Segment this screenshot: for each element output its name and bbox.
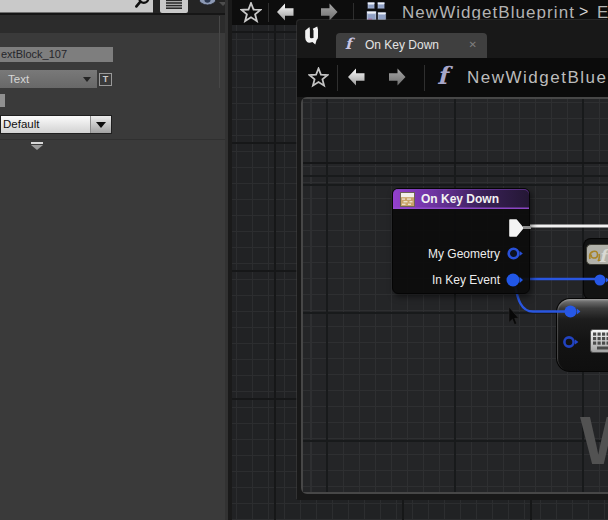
tab-close-icon[interactable]: ✕ xyxy=(469,33,477,58)
favorite-star-icon[interactable] xyxy=(308,67,329,88)
style-combobox[interactable]: Default xyxy=(0,115,112,134)
unreal-logo-icon xyxy=(304,26,322,45)
tab-label: On Key Down xyxy=(365,33,439,58)
function-icon: f xyxy=(437,61,447,90)
dropdown-arrow-icon xyxy=(96,122,106,128)
window-breadcrumb[interactable]: NewWidgetBlue xyxy=(467,58,607,97)
divider xyxy=(0,139,232,140)
text-style-button[interactable]: T xyxy=(99,73,112,86)
node-title: On Key Down xyxy=(421,189,499,209)
forward-arrow-icon[interactable] xyxy=(321,3,338,21)
style-combobox-value: Default xyxy=(3,116,39,133)
dropdown-arrow-icon xyxy=(83,77,91,82)
back-arrow-icon[interactable] xyxy=(348,68,365,86)
font-family-value: Text xyxy=(8,70,29,88)
details-view-icon xyxy=(166,0,183,10)
unreal-editor: extBlock_107 Text T Default xyxy=(0,0,608,520)
window-toolbar: f NewWidgetBlue xyxy=(297,58,608,97)
combobox-arrow-button[interactable] xyxy=(90,116,111,133)
advanced-expander-button[interactable] xyxy=(31,142,43,150)
exec-pin-icon[interactable] xyxy=(509,219,524,237)
forward-arrow-icon[interactable] xyxy=(389,68,406,86)
pin-label-my-geometry: My Geometry xyxy=(400,247,500,261)
favorite-star-icon[interactable] xyxy=(240,2,262,23)
pin-output-unconnected[interactable] xyxy=(507,247,525,260)
pin-label-in-key-event: In Key Event xyxy=(400,273,500,287)
expander-arrow-icon xyxy=(31,145,43,150)
search-input[interactable] xyxy=(0,0,153,13)
node-on-key-down[interactable]: On Key Down My Geometry In Key Event xyxy=(392,188,530,294)
exec-wire-dim xyxy=(523,226,531,229)
pin-output-connected[interactable] xyxy=(506,273,525,287)
separator xyxy=(268,3,269,22)
eye-icon xyxy=(198,0,217,10)
widget-blueprint-icon xyxy=(366,2,388,22)
back-arrow-icon[interactable] xyxy=(277,3,294,21)
tab-on-key-down[interactable]: f On Key Down ✕ xyxy=(336,33,487,58)
eye-visibility-button[interactable] xyxy=(198,0,217,10)
widget-icon xyxy=(400,192,415,207)
details-toolbar xyxy=(0,0,232,13)
widget-name-field[interactable]: extBlock_107 xyxy=(0,47,113,62)
graph-canvas[interactable]: W f xyxy=(303,99,608,492)
function-icon: f xyxy=(345,35,351,53)
clipped-control[interactable] xyxy=(0,94,5,107)
separator xyxy=(337,65,338,91)
details-view-button[interactable] xyxy=(160,0,188,13)
panel-band xyxy=(0,15,232,33)
scrollbar-track xyxy=(219,16,220,88)
wires xyxy=(303,99,608,492)
separator xyxy=(424,65,425,91)
details-panel: extBlock_107 Text T Default xyxy=(0,0,232,520)
font-family-dropdown[interactable]: Text xyxy=(0,70,97,88)
blueprint-function-window: f On Key Down ✕ f NewWidgetBlue W xyxy=(297,20,608,500)
mouse-cursor-icon xyxy=(505,305,519,327)
search-icon xyxy=(133,0,151,11)
